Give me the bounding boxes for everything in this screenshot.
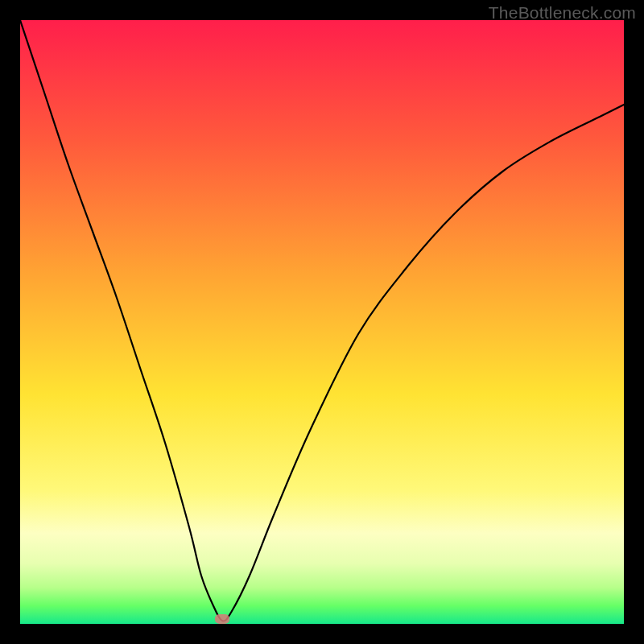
bottleneck-curve xyxy=(20,20,624,621)
optimal-point-marker xyxy=(215,614,229,624)
plot-area xyxy=(20,20,624,624)
watermark-text: TheBottleneck.com xyxy=(489,3,636,23)
curve-layer xyxy=(20,20,624,624)
chart-frame: TheBottleneck.com xyxy=(0,0,644,644)
